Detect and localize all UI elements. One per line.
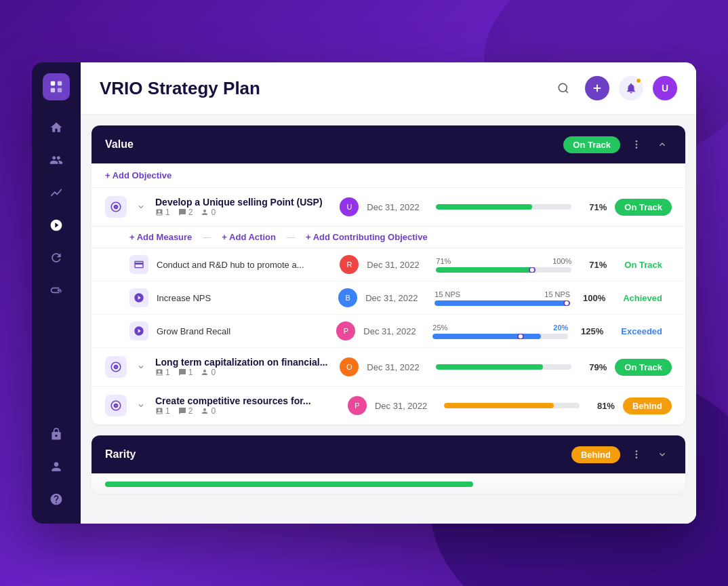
svg-point-4 <box>559 83 567 92</box>
kr-progress-3: 25% 20% <box>432 324 568 339</box>
meta-assignees: 0 <box>201 208 216 217</box>
page-title: VRIO Strategy Plan <box>100 78 260 99</box>
kr-row-3: Grow Brand Recall P Dec 31, 2022 25% 20% <box>92 315 685 348</box>
sidebar-item-users[interactable] <box>43 453 70 480</box>
kr-icon-2 <box>129 288 148 307</box>
objective-status-badge-2[interactable]: On Track <box>615 359 672 376</box>
objective-status-badge[interactable]: On Track <box>615 199 672 216</box>
rarity-content-partial <box>92 473 685 494</box>
kr-status-3: Exceeded <box>611 323 672 340</box>
objective-toggle-2[interactable] <box>135 361 147 373</box>
objective-avatar: U <box>340 197 359 216</box>
sidebar-item-lock[interactable] <box>43 421 70 448</box>
sidebar-item-trends[interactable] <box>43 179 70 206</box>
objective-name-2: Long term capitalization on financial... <box>155 357 331 368</box>
sidebar-item-refresh[interactable] <box>43 244 70 271</box>
svg-point-7 <box>636 146 638 149</box>
kr-progress-1: 71% 100% <box>436 257 571 273</box>
objective-progress <box>436 204 571 210</box>
kr-row-1: Conduct and R&D hub to promote a... R De… <box>92 248 685 281</box>
meta-assignees-3: 0 <box>201 406 216 416</box>
kr-icon-3 <box>129 321 148 340</box>
sidebar-item-org[interactable] <box>43 146 70 174</box>
sidebar-item-help[interactable] <box>43 486 70 513</box>
svg-point-9 <box>636 454 638 456</box>
notification-badge <box>635 77 642 84</box>
add-objective-link[interactable]: + Add Objective <box>92 163 685 188</box>
rarity-more-button[interactable] <box>627 445 646 464</box>
add-button[interactable] <box>585 76 609 100</box>
svg-point-5 <box>636 140 638 142</box>
kr-percent-3: 125% <box>576 326 603 336</box>
objective-meta: 1 2 0 <box>155 208 331 217</box>
kr-date-3: Dec 31, 2022 <box>363 326 424 336</box>
svg-rect-3 <box>58 88 62 92</box>
objective-date: Dec 31, 2022 <box>367 202 428 212</box>
kr-status-2: Achieved <box>613 290 672 307</box>
value-more-button[interactable] <box>627 135 646 154</box>
objective-row-3: Create competitive resources for... 1 2 <box>92 387 685 425</box>
header: VRIO Strategy Plan U <box>81 62 696 115</box>
objective-meta-3: 1 2 0 <box>155 406 340 416</box>
value-status-badge[interactable]: On Track <box>563 136 620 153</box>
objective-toggle[interactable] <box>135 201 147 213</box>
kr-percent-2: 100% <box>578 293 605 303</box>
value-section-title: Value <box>105 138 134 151</box>
value-section: Value On Track + Add Objective <box>92 125 685 425</box>
search-button[interactable] <box>551 76 575 100</box>
add-action-link[interactable]: + Add Action <box>222 232 276 242</box>
svg-rect-2 <box>51 88 55 92</box>
objective-details-3: Create competitive resources for... 1 2 <box>155 395 340 416</box>
rarity-status-badge[interactable]: Behind <box>571 446 620 463</box>
objective-date-2: Dec 31, 2022 <box>367 362 428 372</box>
objective-main-2: Long term capitalization on financial...… <box>105 356 672 378</box>
content-area: Value On Track + Add Objective <box>81 115 696 524</box>
kr-date-1: Dec 31, 2022 <box>367 260 428 270</box>
meta-comments-3: 2 <box>178 406 193 416</box>
meta-measures: 1 <box>155 208 170 217</box>
sidebar-item-home[interactable] <box>43 114 70 141</box>
add-contributing-link[interactable]: + Add Contributing Objective <box>306 232 428 242</box>
kr-date-2: Dec 31, 2022 <box>365 293 426 303</box>
kr-progress-2: 15 NPS 15 NPS <box>434 290 570 306</box>
objective-status-badge-3[interactable]: Behind <box>623 397 672 414</box>
meta-measures-2: 1 <box>155 368 170 377</box>
objective-percent: 71% <box>580 202 607 212</box>
objective-avatar-2: O <box>340 357 359 376</box>
meta-assignees-2: 0 <box>201 368 216 377</box>
user-avatar[interactable]: U <box>653 76 677 100</box>
objective-date-3: Dec 31, 2022 <box>375 401 436 411</box>
objective-main: Develop a Unique selling Point (USP) 1 2 <box>105 196 672 218</box>
sidebar-logo[interactable] <box>43 73 70 100</box>
value-section-header: Value On Track <box>92 125 685 163</box>
app-container: VRIO Strategy Plan U Value <box>32 62 696 524</box>
svg-point-6 <box>636 144 638 146</box>
add-measure-link[interactable]: + Add Measure <box>129 232 192 242</box>
value-collapse-button[interactable] <box>653 135 672 154</box>
objective-percent-2: 79% <box>580 362 607 372</box>
objective-row: Develop a Unique selling Point (USP) 1 2 <box>92 188 685 227</box>
objective-progress-3 <box>444 403 580 408</box>
svg-rect-0 <box>51 81 55 85</box>
kr-avatar-3: P <box>336 321 355 340</box>
objective-toggle-3[interactable] <box>135 399 147 412</box>
meta-comments-2: 1 <box>178 368 193 377</box>
rarity-header-right: Behind <box>571 445 672 464</box>
kr-status-1: On Track <box>615 256 672 273</box>
sidebar-item-integrations[interactable] <box>43 277 70 304</box>
objective-avatar-3: P <box>348 396 367 415</box>
objective-name: Develop a Unique selling Point (USP) <box>155 197 331 208</box>
objective-meta-2: 1 1 0 <box>155 368 331 377</box>
notifications-button[interactable] <box>619 76 643 100</box>
kr-name-1: Conduct and R&D hub to promote a... <box>157 260 331 270</box>
header-actions: U <box>551 76 677 100</box>
kr-name-2: Increase NPS <box>157 293 330 303</box>
rarity-section: Rarity Behind <box>92 435 685 494</box>
sidebar-item-objectives[interactable] <box>43 212 70 239</box>
kr-icon-1 <box>129 255 148 274</box>
sidebar <box>32 62 81 524</box>
add-actions-row: + Add Measure — + Add Action — + Add Con… <box>92 227 685 248</box>
svg-point-10 <box>636 456 638 458</box>
kr-avatar-1: R <box>340 255 359 274</box>
rarity-expand-button[interactable] <box>653 445 672 464</box>
